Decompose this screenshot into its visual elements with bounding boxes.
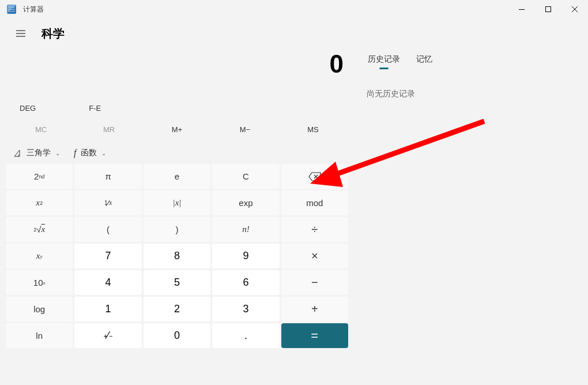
memory-plus[interactable]: M+	[143, 119, 211, 140]
key-2[interactable]: 2	[144, 297, 210, 322]
key-8[interactable]: 8	[144, 244, 210, 268]
sidebar: 历史记录 记忆 尚无历史记录	[354, 44, 588, 352]
tab-memory[interactable]: 记忆	[415, 51, 434, 68]
key-subtract[interactable]: −	[281, 270, 348, 295]
key-exp[interactable]: exp	[212, 190, 279, 215]
deg-toggle[interactable]: DEG	[10, 100, 45, 116]
chevron-down-icon: ⌄	[101, 150, 106, 156]
window-controls	[508, 0, 588, 18]
key-ln[interactable]: ln	[6, 323, 73, 348]
tab-history[interactable]: 历史记录	[367, 51, 401, 68]
trig-label: 三角学	[27, 148, 51, 158]
titlebar: 计算器	[0, 0, 588, 18]
key-7[interactable]: 7	[74, 244, 141, 268]
key-e[interactable]: e	[144, 164, 210, 189]
function-dropdown[interactable]: f 函数 ⌄	[74, 148, 106, 158]
memory-clear[interactable]: MC	[7, 119, 75, 140]
main-area: 0 DEG F-E MC MR M+ M− MS 三角学 ⌄ f	[0, 44, 588, 352]
memory-minus[interactable]: M−	[211, 119, 279, 140]
app-title: 计算器	[23, 5, 44, 14]
svg-rect-1	[546, 7, 551, 12]
sidebar-tabs: 历史记录 记忆	[363, 51, 579, 68]
keypad: 2nd π e C x2 1⁄x |x| exp mod 2√x ( ) n! …	[2, 164, 352, 352]
header-row: 科学	[0, 18, 588, 44]
key-tenpowx[interactable]: 10x	[6, 270, 73, 295]
key-reciprocal[interactable]: 1⁄x	[74, 190, 141, 215]
key-lparen[interactable]: (	[74, 217, 141, 242]
key-rparen[interactable]: )	[144, 217, 210, 242]
key-square[interactable]: x2	[6, 190, 73, 215]
calculator-area: 0 DEG F-E MC MR M+ M− MS 三角学 ⌄ f	[0, 44, 354, 352]
trig-dropdown[interactable]: 三角学 ⌄	[14, 148, 60, 158]
key-9[interactable]: 9	[212, 244, 279, 268]
key-decimal[interactable]: .	[212, 323, 279, 348]
key-xpowy[interactable]: xy	[6, 244, 73, 268]
key-6[interactable]: 6	[212, 270, 279, 295]
key-0[interactable]: 0	[144, 323, 210, 348]
history-empty-message: 尚无历史记录	[363, 68, 579, 120]
key-mod[interactable]: mod	[281, 190, 348, 215]
memory-row: MC MR M+ M− MS	[2, 119, 352, 140]
fx-icon: f	[74, 148, 76, 158]
display-result: 0	[10, 50, 344, 79]
key-3[interactable]: 3	[212, 297, 279, 322]
key-equals[interactable]: =	[281, 323, 348, 348]
close-button[interactable]	[561, 0, 588, 18]
function-row: 三角学 ⌄ f 函数 ⌄	[2, 140, 352, 164]
key-divide[interactable]: ÷	[281, 217, 348, 242]
function-label: 函数	[81, 148, 97, 158]
key-sqrt[interactable]: 2√x	[6, 217, 73, 242]
mode-title: 科学	[42, 26, 65, 42]
display: 0	[2, 44, 352, 79]
key-1[interactable]: 1	[74, 297, 141, 322]
memory-recall[interactable]: MR	[75, 119, 143, 140]
titlebar-left: 计算器	[7, 5, 44, 14]
key-multiply[interactable]: ×	[281, 244, 348, 268]
minimize-button[interactable]	[508, 0, 535, 18]
backspace-icon	[308, 172, 321, 181]
memory-store[interactable]: MS	[279, 119, 347, 140]
key-clear[interactable]: C	[212, 164, 279, 189]
toggle-row: DEG F-E	[2, 97, 352, 119]
key-backspace[interactable]	[281, 164, 348, 189]
key-5[interactable]: 5	[144, 270, 210, 295]
key-second[interactable]: 2nd	[6, 164, 73, 189]
svg-rect-0	[519, 9, 525, 10]
angle-icon	[14, 149, 22, 157]
chevron-down-icon: ⌄	[55, 150, 60, 156]
key-log[interactable]: log	[6, 297, 73, 322]
menu-button[interactable]	[9, 23, 32, 44]
app-icon	[7, 5, 16, 14]
key-add[interactable]: +	[281, 297, 348, 322]
key-pi[interactable]: π	[74, 164, 141, 189]
fe-toggle[interactable]: F-E	[80, 100, 110, 116]
key-factorial[interactable]: n!	[212, 217, 279, 242]
key-4[interactable]: 4	[74, 270, 141, 295]
maximize-button[interactable]	[535, 0, 561, 18]
key-plusminus[interactable]: +⁄−	[74, 323, 141, 348]
key-abs[interactable]: |x|	[144, 190, 210, 215]
